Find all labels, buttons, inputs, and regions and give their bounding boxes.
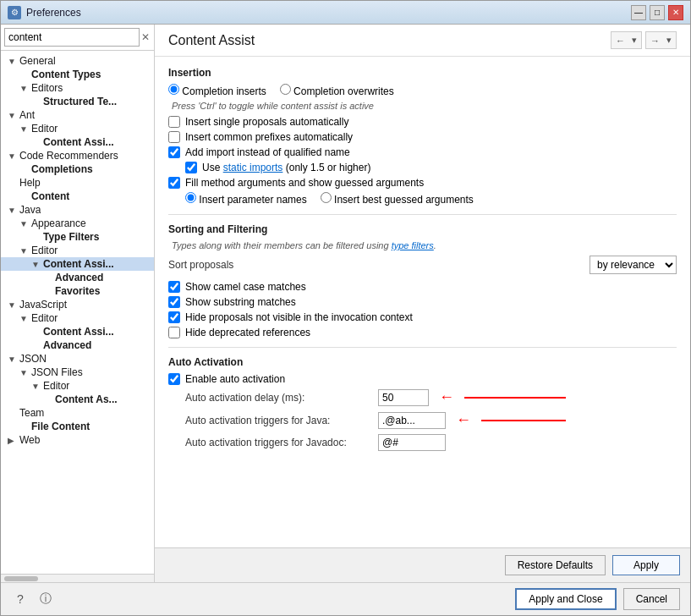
help-button[interactable]: ? [11, 590, 30, 608]
tree-item-editor-java[interactable]: ▼ Editor [1, 244, 154, 257]
forward-dropdown[interactable]: ▾ [663, 33, 675, 47]
delay-input[interactable] [378, 389, 429, 406]
insertion-section-title: Insertion [168, 67, 677, 79]
restore-defaults-button[interactable]: Restore Defaults [505, 555, 606, 575]
tree-item-favorites[interactable]: Favorites [1, 284, 154, 298]
completion-overwrites-label[interactable]: Completion overwrites [280, 84, 394, 97]
javadoc-triggers-label: Auto activation triggers for Javadoc: [185, 437, 371, 448]
tree-item-content-assist-ant[interactable]: Content Assi... [1, 135, 154, 149]
info-button[interactable]: ⓘ [36, 590, 55, 608]
back-button-group[interactable]: ← ▾ [611, 31, 642, 49]
tree-item-structured-text[interactable]: Structured Te... [1, 95, 154, 108]
tree-item-code-recommenders[interactable]: ▼ Code Recommenders [1, 149, 154, 162]
tree-item-editor-js[interactable]: ▼ Editor [1, 311, 154, 325]
tree-item-content-assist-java[interactable]: ▼ Content Assi... [1, 257, 154, 271]
main-content: ✕ ▼ General Content Types ▼ Editors [1, 25, 690, 582]
tree-label-java: Java [19, 204, 41, 216]
forward-button[interactable]: → [647, 34, 663, 47]
forward-button-group[interactable]: → ▾ [645, 31, 677, 49]
back-dropdown[interactable]: ▾ [628, 33, 640, 47]
type-filters-link[interactable]: type filters [392, 240, 434, 250]
add-import-label: Add import instead of qualified name [185, 146, 350, 158]
close-button[interactable]: ✕ [668, 5, 683, 20]
tree-item-content-assist-js[interactable]: Content Assi... [1, 325, 154, 338]
tree-item-type-filters[interactable]: Type Filters [1, 230, 154, 244]
sorting-hint: Types along with their members can be fi… [172, 240, 677, 250]
tree-item-editor-json[interactable]: ▼ Editor [1, 379, 154, 393]
tree-item-json-files[interactable]: ▼ JSON Files [1, 366, 154, 379]
tree-item-json[interactable]: ▼ JSON [1, 352, 154, 366]
tree-label-appearance: Appearance [31, 217, 86, 229]
left-panel: ✕ ▼ General Content Types ▼ Editors [1, 25, 155, 582]
sort-proposals-select[interactable]: by relevance alphabetically [590, 256, 677, 274]
static-imports-link[interactable]: static imports [223, 162, 283, 173]
fill-method-checkbox[interactable] [168, 177, 180, 189]
common-prefixes-checkbox[interactable] [168, 131, 180, 143]
tree-item-web[interactable]: ▶ Web [1, 433, 154, 447]
tree-label-editor-json: Editor [43, 380, 69, 392]
completion-inserts-text: Completion inserts [182, 85, 266, 97]
tree-item-java[interactable]: ▼ Java [1, 203, 154, 217]
horizontal-scrollbar[interactable] [1, 574, 154, 582]
tree-item-content-types[interactable]: Content Types [1, 68, 154, 81]
completion-inserts-radio[interactable] [168, 84, 179, 95]
checkbox-fill-method: Fill method arguments and show guessed a… [168, 177, 677, 189]
completion-overwrites-radio[interactable] [280, 84, 291, 95]
tree-item-content-help[interactable]: Content [1, 190, 154, 203]
hide-deprecated-checkbox[interactable] [168, 327, 180, 338]
minimize-button[interactable]: — [631, 5, 646, 20]
expand-arrow-editor-js: ▼ [19, 314, 31, 323]
tree-item-help[interactable]: Help [1, 176, 154, 190]
delay-arrow: ← [439, 388, 454, 406]
tree-item-ant[interactable]: ▼ Ant [1, 108, 154, 122]
tree-item-appearance[interactable]: ▼ Appearance [1, 217, 154, 230]
apply-and-close-button[interactable]: Apply and Close [515, 588, 616, 610]
tree-item-advanced[interactable]: Advanced [1, 271, 154, 284]
tree-label-content-as-json: Content As... [55, 393, 118, 405]
substring-checkbox[interactable] [168, 296, 180, 308]
java-triggers-input[interactable] [378, 412, 446, 429]
scroll-thumb [4, 576, 38, 581]
apply-button[interactable]: Apply [612, 555, 680, 575]
common-prefixes-label: Insert common prefixes automatically [185, 131, 353, 143]
single-proposals-checkbox[interactable] [168, 116, 180, 128]
tree-item-editor-ant[interactable]: ▼ Editor [1, 122, 154, 135]
tree-item-general[interactable]: ▼ General [1, 54, 154, 68]
sort-row: Sort proposals by relevance alphabetical… [168, 256, 677, 274]
panel-title: Content Assist [168, 33, 255, 48]
tree-label-team: Team [19, 407, 44, 419]
tree-item-advanced-js[interactable]: Advanced [1, 338, 154, 352]
tree-label-content-assist-js: Content Assi... [43, 326, 114, 338]
window-title: Preferences [26, 7, 631, 19]
insert-param-names-text: Insert parameter names [199, 194, 306, 206]
cancel-button[interactable]: Cancel [623, 588, 680, 610]
search-clear-button[interactable]: ✕ [140, 30, 151, 45]
tree-label-content-types: Content Types [31, 69, 101, 80]
tree-item-file-content[interactable]: File Content [1, 420, 154, 433]
insert-best-guessed-label[interactable]: Insert best guessed arguments [321, 192, 474, 206]
back-button[interactable]: ← [612, 34, 628, 47]
javadoc-triggers-input[interactable] [378, 434, 446, 451]
tree-item-completions[interactable]: Completions [1, 162, 154, 176]
right-header: Content Assist ← ▾ → ▾ [155, 25, 690, 57]
checkbox-add-import: Add import instead of qualified name [168, 146, 677, 158]
enable-auto-activation-checkbox[interactable] [168, 373, 180, 385]
completion-inserts-label[interactable]: Completion inserts [168, 84, 266, 97]
camel-case-checkbox[interactable] [168, 281, 180, 293]
insert-param-names-radio[interactable] [185, 192, 196, 203]
tree-item-content-as-json[interactable]: Content As... [1, 393, 154, 406]
java-triggers-arrow-line [481, 420, 566, 421]
tree-item-team[interactable]: Team [1, 406, 154, 420]
maximize-button[interactable]: □ [650, 5, 665, 20]
ctrl-hint: Press 'Ctrl' to toggle while content ass… [172, 101, 677, 111]
insert-best-guessed-radio[interactable] [321, 192, 332, 203]
tree-label-editor-js: Editor [31, 312, 58, 324]
use-static-imports-checkbox[interactable] [185, 162, 197, 173]
bottom-right-buttons: Apply and Close Cancel [515, 588, 680, 610]
tree-item-editors[interactable]: ▼ Editors [1, 81, 154, 95]
hide-not-visible-checkbox[interactable] [168, 311, 180, 323]
search-input[interactable] [4, 28, 140, 47]
tree-item-javascript[interactable]: ▼ JavaScript [1, 298, 154, 311]
add-import-checkbox[interactable] [168, 146, 180, 158]
insert-param-names-label[interactable]: Insert parameter names [185, 192, 307, 206]
